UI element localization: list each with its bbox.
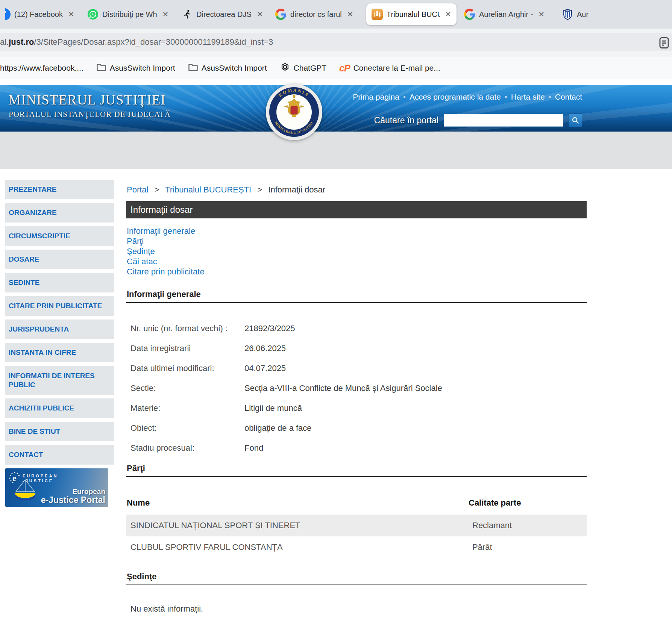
link-cai-atac[interactable]: Căi atac xyxy=(127,256,587,267)
facebook-icon: f xyxy=(5,8,11,20)
field-label: Sectie: xyxy=(130,384,244,393)
party-name: SINDICATUL NAȚIONAL SPORT ȘI TINERET xyxy=(126,521,468,530)
sidebar-item-prezentare[interactable]: PREZENTARE xyxy=(5,180,114,199)
browser-tab-strip: f (12) Facebook ✕ Distribuiţi pe Wh ✕ Di… xyxy=(0,0,672,29)
tab-tribunalul-bucuresti-active[interactable]: Tribunalul BUCU ✕ xyxy=(366,3,457,25)
bookmark-conectare-email[interactable]: cP Conectare la E-mail pe... xyxy=(335,61,444,75)
tab-facebook[interactable]: f (12) Facebook ✕ xyxy=(0,0,82,29)
field-label: Stadiu procesual: xyxy=(130,444,244,453)
e-justice-caption: European e-Justice Portal xyxy=(41,488,105,504)
sidebar-item-sedinte[interactable]: SEDINTE xyxy=(5,273,114,292)
breadcrumb: Portal > Tribunalul BUCUREŞTI > Informaţ… xyxy=(126,185,587,195)
nav-acces-programatic[interactable]: Acces programatic la date xyxy=(410,92,501,101)
search-label: Căutare în portal xyxy=(374,115,438,126)
field-label: Materie: xyxy=(130,404,244,413)
breadcrumb-separator: > xyxy=(253,185,266,194)
section-heading-parti: Părţi xyxy=(126,463,587,477)
portal-subtitle: PORTALUL INSTANŢELOR DE JUDECATĂ xyxy=(9,110,171,119)
sidebar-item-achizitii-publice[interactable]: ACHIZITII PUBLICE xyxy=(5,398,114,418)
tab-directoarea-djs[interactable]: Directoarea DJS ✕ xyxy=(176,0,270,29)
nav-harta-site[interactable]: Harta site xyxy=(511,92,545,101)
sidebar-item-contact[interactable]: CONTACT xyxy=(5,445,114,465)
address-bar[interactable]: al.just.ro/3/SitePages/Dosar.aspx?id_dos… xyxy=(0,33,672,51)
tab-title: director cs farul xyxy=(290,10,342,19)
tab-title: Distribuiţi pe Wh xyxy=(102,10,157,19)
search-icon xyxy=(572,117,579,124)
tab-google-search-2[interactable]: Aurelian Arghir - ✕ xyxy=(459,0,550,29)
portal-header: MINISTERUL JUSTIŢIEI PORTALUL INSTANŢELO… xyxy=(0,85,672,132)
parties-table-header: Nume Calitate parte xyxy=(126,498,587,515)
bookmark-label: AsusSwitch Import xyxy=(202,64,267,73)
bookmarks-bar: https://www.facebook.... AsusSwitch Impo… xyxy=(0,57,672,79)
nav-separator: • xyxy=(505,93,507,101)
portal-search: Căutare în portal xyxy=(374,114,582,127)
dosar-quick-links: Informaţii generale Părţi Şedinţe Căi at… xyxy=(126,226,587,277)
close-icon[interactable]: ✕ xyxy=(255,10,265,19)
bookmark-label: AsusSwitch Import xyxy=(110,64,175,73)
field-value: Litigii de muncă xyxy=(244,404,302,413)
field-value: Fond xyxy=(244,444,263,453)
column-nume: Nume xyxy=(127,498,469,508)
url-path: /3/SitePages/Dosar.aspx?id_dosar=3000000… xyxy=(34,37,273,47)
breadcrumb-current: Informaţii dosar xyxy=(268,185,325,194)
sidebar-item-jurisprudenta[interactable]: JURISPRUDENTA xyxy=(5,320,114,339)
close-icon[interactable]: ✕ xyxy=(443,10,453,19)
section-heading-informatii-generale: Informaţii generale xyxy=(126,289,587,303)
bookmark-chatgpt[interactable]: ChatGPT xyxy=(276,61,331,76)
breadcrumb-portal[interactable]: Portal xyxy=(127,185,148,194)
tab-title: Directoarea DJS xyxy=(196,10,252,19)
sidebar-item-dosare[interactable]: DOSARE xyxy=(5,250,114,269)
field-materie: Materie: Litigii de muncă xyxy=(130,404,587,413)
field-stadiu-procesual: Stadiu procesual: Fond xyxy=(130,444,587,453)
close-icon[interactable]: ✕ xyxy=(346,10,355,19)
bookmark-asusswitch-2[interactable]: AsusSwitch Import xyxy=(184,62,271,75)
link-sedinte[interactable]: Şedinţe xyxy=(127,246,587,256)
caption-line1: European xyxy=(41,488,105,495)
sidebar-item-circumscriptie[interactable]: CIRCUMSCRIPTIE xyxy=(5,226,114,246)
nav-separator: • xyxy=(403,93,406,101)
bookmark-facebook[interactable]: https://www.facebook.... xyxy=(0,62,87,74)
sidebar-item-informatii-de-interes-public[interactable]: INFORMATII DE INTERES PUBLIC xyxy=(5,366,114,395)
portal-title: MINISTERUL JUSTIŢIEI xyxy=(8,92,165,108)
field-obiect: Obiect: obligație de a face xyxy=(130,424,587,433)
tab-google-search-1[interactable]: director cs farul ✕ xyxy=(270,0,364,29)
bookmark-asusswitch-1[interactable]: AsusSwitch Import xyxy=(93,62,179,75)
party-role: Reclamant xyxy=(468,521,587,530)
runner-icon xyxy=(181,9,193,20)
field-value: 26.06.2025 xyxy=(244,344,286,353)
general-info-fields: Nr. unic (nr. format vechi) : 21892/3/20… xyxy=(126,324,587,453)
sidebar-item-instanta-in-cifre[interactable]: INSTANTA IN CIFRE xyxy=(5,343,114,362)
portal-just-icon xyxy=(372,9,383,20)
sidebar-item-citare-prin-publicitate[interactable]: CITARE PRIN PUBLICITATE xyxy=(5,296,114,316)
e-justice-banner[interactable]: e EUROPEAN -JUSTICE European e-Jus xyxy=(5,468,108,507)
tab-club-crest[interactable]: Aur xyxy=(550,0,672,29)
link-citare-prin-publicitate[interactable]: Citare prin publicitate xyxy=(127,267,587,277)
search-input[interactable] xyxy=(444,114,563,127)
close-icon[interactable]: ✕ xyxy=(161,10,170,19)
party-name: CLUBUL SPORTIV FARUL CONSTANȚA xyxy=(126,542,468,552)
link-informatii-generale[interactable]: Informaţii generale xyxy=(127,226,587,236)
sessions-empty-message: Nu există informații. xyxy=(126,604,587,614)
close-icon[interactable]: ✕ xyxy=(67,10,76,19)
reading-list-icon[interactable] xyxy=(658,37,670,50)
breadcrumb-tribunal[interactable]: Tribunalul BUCUREŞTI xyxy=(165,185,251,194)
nav-contact[interactable]: Contact xyxy=(555,92,582,101)
close-icon[interactable]: ✕ xyxy=(537,10,546,19)
field-label: Data ultimei modificari: xyxy=(130,364,244,373)
url-prefix: al. xyxy=(0,37,9,47)
sidebar-item-bine-de-stiut[interactable]: BINE DE STIUT xyxy=(5,422,114,441)
nav-prima-pagina[interactable]: Prima pagina xyxy=(353,92,399,101)
parties-table: Nume Calitate parte SINDICATUL NAȚIONAL … xyxy=(126,498,587,558)
tab-whatsapp[interactable]: Distribuiţi pe Wh ✕ xyxy=(82,0,176,29)
link-parti[interactable]: Părţi xyxy=(127,236,587,246)
sidebar-item-organizare[interactable]: ORGANIZARE xyxy=(5,203,114,223)
portal-nav: Prima pagina • Acces programatic la date… xyxy=(353,92,582,101)
field-value: 21892/3/2025 xyxy=(244,324,295,333)
field-label: Data inregistrarii xyxy=(130,344,244,353)
search-button[interactable] xyxy=(569,114,582,127)
column-calitate-parte: Calitate parte xyxy=(469,498,587,508)
tab-title: (12) Facebook xyxy=(14,10,63,19)
chatgpt-icon xyxy=(280,62,290,74)
section-heading-sedinte: Şedinţe xyxy=(126,572,587,585)
whatsapp-icon xyxy=(87,9,99,20)
